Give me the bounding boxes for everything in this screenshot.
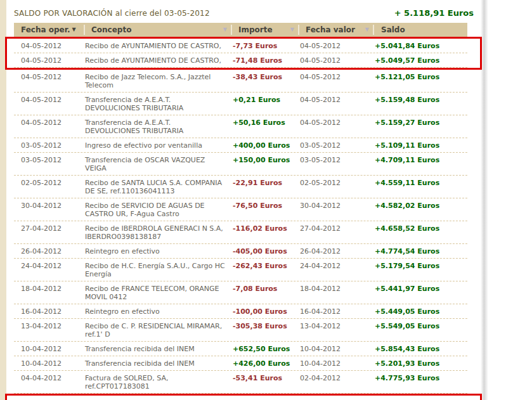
cell-concepto: Recibo de SANTA LUCIA S.A. COMPANIA DE S… [85, 179, 233, 195]
cell-importe: +426,00 Euros [233, 359, 300, 368]
cell-fecha-oper: 04-04-2012 [14, 374, 85, 382]
cell-fecha-valor: 18-04-2012 [300, 285, 375, 293]
column-header-concepto[interactable]: Concepto▼ [85, 25, 232, 35]
cell-fecha-oper: 04-05-2012 [14, 56, 85, 65]
cell-fecha-valor: 24-04-2012 [300, 262, 375, 270]
sort-arrow-icon[interactable]: ▼ [223, 27, 227, 32]
cell-saldo: +4.658,52 Euros [375, 224, 467, 233]
table-row: 04-05-2012Recibo de Jazz Telecom. S.A., … [14, 70, 467, 93]
cell-importe: +0,21 Euros [233, 96, 300, 104]
cell-concepto: Recibo de IBERDROLA GENERACI N S.A, IBER… [85, 224, 233, 241]
cell-importe: -100,00 Euros [233, 307, 300, 316]
cell-concepto: Transferencia recibida del INEM [85, 359, 233, 368]
table-row: 03-05-2012Ingreso de efectivo por ventan… [14, 138, 467, 153]
table-row: 04-04-2012Factura de SOLRED, SA, ref.CPT… [14, 371, 467, 394]
table-row: 26-04-2012Reintegro en efectivo-405,00 E… [14, 244, 467, 259]
cell-importe: -76,50 Euros [233, 202, 300, 210]
cell-fecha-oper: 04-05-2012 [14, 96, 85, 104]
cell-importe: -405,00 Euros [233, 247, 300, 255]
cell-fecha-valor: 10-04-2012 [300, 359, 375, 368]
column-header-fecha-oper[interactable]: Fecha oper.▼ [14, 25, 85, 35]
cell-fecha-valor: 16-04-2012 [300, 307, 375, 316]
table-row: 10-04-2012Transferencia recibida del INE… [14, 356, 467, 371]
cell-importe: -262,43 Euros [233, 262, 300, 270]
movements-table-body: 04-05-2012Recibo de AYUNTAMIENTO DE CAST… [14, 37, 467, 400]
cell-saldo: +4.775,93 Euros [375, 374, 467, 382]
cell-fecha-valor: 03-05-2012 [300, 156, 375, 164]
table-row: 13-04-2012Recibo de C. P. RESIDENCIAL MI… [14, 319, 467, 342]
cell-fecha-oper: 18-04-2012 [14, 285, 85, 293]
cell-importe: -22,91 Euros [233, 179, 300, 187]
cell-fecha-oper: 10-04-2012 [14, 359, 85, 368]
cell-concepto: Transferencia recibida del INEM [85, 345, 233, 353]
cell-concepto: Recibo de C. P. RESIDENCIAL MIRAMAR, ref… [85, 322, 233, 339]
cell-concepto: Recibo de Jazz Telecom. S.A., Jazztel Te… [85, 73, 233, 89]
column-header-label: Saldo [381, 25, 405, 34]
table-row: 04-05-2012Recibo de AYUNTAMIENTO DE CAST… [14, 53, 467, 68]
sort-arrow-icon[interactable]: ▼ [72, 27, 76, 32]
column-header-saldo: Saldo [374, 25, 467, 35]
cell-importe: -53,41 Euros [233, 374, 300, 382]
cell-saldo: +5.159,27 Euros [375, 119, 467, 127]
column-header-label: Importe [238, 25, 273, 34]
cell-concepto: Factura de SOLRED, SA, ref.CPT017183081 [85, 374, 233, 390]
cell-saldo: +5.121,05 Euros [375, 73, 467, 81]
cell-fecha-oper: 24-04-2012 [14, 262, 85, 270]
cell-fecha-valor: 27-04-2012 [300, 224, 375, 233]
cell-fecha-valor: 04-05-2012 [300, 119, 375, 127]
cell-fecha-valor: 04-05-2012 [300, 96, 375, 104]
cell-fecha-valor: 26-04-2012 [300, 247, 375, 255]
table-row: 02-05-2012Recibo de SANTA LUCIA S.A. COM… [14, 176, 467, 198]
page-title: SALDO POR VALORACIÓN al cierre del 03-05… [14, 9, 210, 18]
sort-arrow-icon[interactable]: ▼ [365, 27, 369, 32]
table-row: 04-05-2012Recibo de AYUNTAMIENTO DE CAST… [14, 39, 467, 53]
table-row: 16-04-2012Reintegro en efectivo-100,00 E… [14, 304, 467, 319]
cell-fecha-oper: 10-04-2012 [14, 345, 85, 353]
cell-fecha-valor: 04-05-2012 [300, 73, 375, 81]
cell-fecha-oper: 03-05-2012 [14, 156, 85, 164]
cell-importe: -38,43 Euros [233, 73, 300, 81]
cell-fecha-oper: 04-05-2012 [14, 119, 85, 127]
cell-saldo: +4.582,02 Euros [375, 202, 467, 210]
cell-fecha-valor: 04-05-2012 [300, 42, 375, 50]
cell-saldo: +5.159,48 Euros [375, 96, 467, 104]
cell-fecha-oper: 03-05-2012 [14, 141, 85, 150]
cell-fecha-oper: 27-04-2012 [14, 224, 85, 233]
cell-saldo: +5.179,54 Euros [375, 262, 467, 270]
cell-concepto: Recibo de AYUNTAMIENTO DE CASTRO, [85, 42, 233, 50]
highlight-box: 04-05-2012Recibo de AYUNTAMIENTO DE CAST… [5, 37, 482, 70]
cell-importe: -7,08 Euros [233, 285, 300, 293]
table-row: 10-04-2012Transferencia recibida del INE… [14, 342, 467, 356]
cell-importe: +400,00 Euros [233, 141, 300, 150]
cell-saldo: +5.049,57 Euros [375, 56, 467, 65]
column-header-importe[interactable]: Importe▼ [232, 25, 299, 35]
table-row: 18-04-2012Recibo de FRANCE TELECOM, ORAN… [14, 281, 467, 304]
cell-fecha-oper: 02-05-2012 [14, 179, 85, 187]
cell-saldo: +5.854,43 Euros [375, 345, 467, 353]
cell-fecha-oper: 04-05-2012 [14, 73, 85, 81]
cell-fecha-valor: 03-05-2012 [300, 141, 375, 150]
table-row: 24-04-2012Recibo de H.C. Energía S.A.U.,… [14, 259, 467, 281]
cell-fecha-valor: 02-04-2012 [300, 374, 375, 382]
column-header-fecha-valor[interactable]: Fecha valor▼ [299, 25, 374, 35]
cell-concepto: Recibo de FRANCE TELECOM, ORANGE MOVIL 0… [85, 285, 233, 301]
movements-table: Fecha oper.▼Concepto▼Importe▼Fecha valor… [14, 23, 467, 400]
cell-concepto: Reintegro en efectivo [85, 247, 233, 255]
table-row: 03-05-2012Transferencia de OSCAR VAZQUEZ… [14, 153, 467, 176]
cell-saldo: +5.201,93 Euros [375, 359, 467, 368]
cell-concepto: Recibo de SERVICIO DE AGUAS DE CASTRO UR… [85, 202, 233, 218]
sort-arrow-icon[interactable]: ▼ [290, 27, 294, 32]
cell-concepto: Transferencia de A.E.A.T. DEVOLUCIONES T… [85, 96, 233, 112]
cell-fecha-oper: 04-05-2012 [14, 42, 85, 50]
cell-concepto: Recibo de AYUNTAMIENTO DE CASTRO, [85, 56, 233, 65]
table-row: 04-05-2012Transferencia de A.E.A.T. DEVO… [14, 93, 467, 115]
cell-concepto: Transferencia de OSCAR VAZQUEZ VEIGA [85, 156, 233, 172]
cell-fecha-valor: 10-04-2012 [300, 345, 375, 353]
cell-saldo: +5.041,84 Euros [375, 42, 467, 50]
cell-concepto: Ingreso de efectivo por ventanilla [85, 141, 233, 150]
cell-saldo: +5.109,11 Euros [375, 141, 467, 150]
column-header-label: Fecha valor [306, 25, 355, 34]
table-row: 27-04-2012Recibo de IBERDROLA GENERACI N… [14, 221, 467, 244]
cell-saldo: +5.549,05 Euros [375, 322, 467, 330]
highlight-box: 04-04-2012Recibo de AYUNTAMIENTO DE CAST… [5, 394, 482, 400]
